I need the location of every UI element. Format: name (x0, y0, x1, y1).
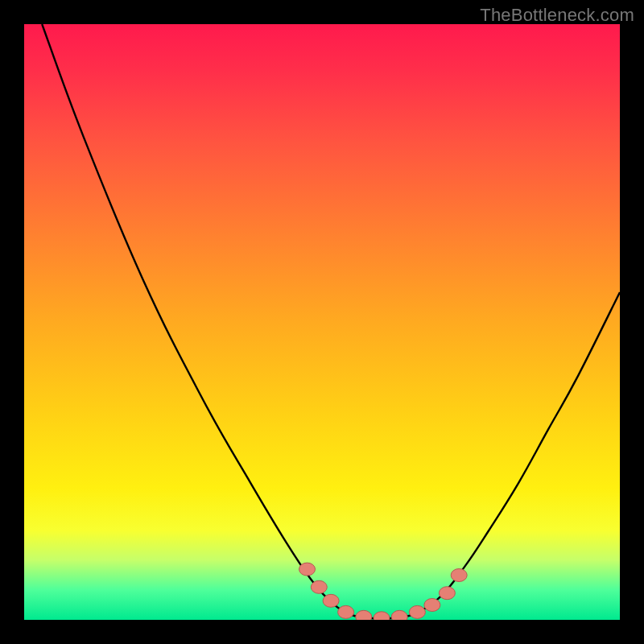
plot-area (24, 24, 620, 620)
chart-frame: TheBottleneck.com (0, 0, 644, 644)
bottleneck-curve (42, 24, 620, 619)
highlight-dot (311, 580, 327, 593)
highlight-dot (409, 605, 425, 618)
highlight-dot (451, 569, 467, 582)
highlight-dots (299, 563, 468, 620)
highlight-dot (356, 610, 372, 620)
highlight-dot (338, 605, 354, 618)
highlight-dot (439, 587, 455, 600)
curve-layer (24, 24, 620, 620)
highlight-dot (424, 599, 440, 612)
highlight-dot (299, 563, 316, 576)
watermark-text: TheBottleneck.com (480, 5, 634, 26)
highlight-dot (391, 610, 407, 620)
highlight-dot (374, 612, 390, 620)
highlight-dot (323, 594, 339, 607)
